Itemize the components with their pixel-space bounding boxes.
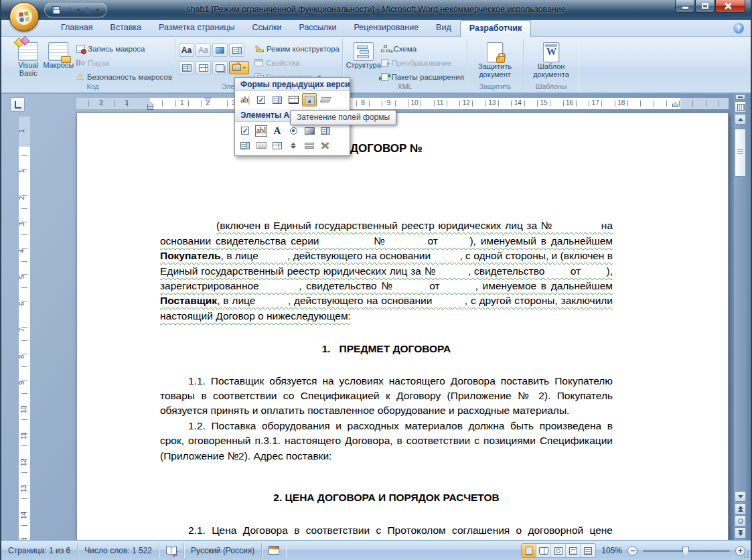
ruler-number: 3 <box>19 222 25 226</box>
zoom-out-button[interactable]: − <box>627 546 637 556</box>
split-handle[interactable] <box>735 94 745 100</box>
vertical-scrollbar[interactable] <box>734 94 747 540</box>
vertical-ruler: 1 123456789101112131415 <box>19 117 30 540</box>
visual-basic-button[interactable]: Visual Basic <box>13 40 43 87</box>
tab-review[interactable]: Рецензирование <box>346 20 428 37</box>
activex-label-button[interactable]: A <box>270 124 285 137</box>
legacy-tools-button[interactable] <box>229 61 249 74</box>
tab-references[interactable]: Ссылки <box>243 20 290 37</box>
scroll-down-button[interactable] <box>735 491 746 502</box>
select-browse-object-button[interactable] <box>735 515 746 527</box>
picture-control-button[interactable] <box>212 44 228 57</box>
ruler-number: 14 <box>514 99 522 107</box>
activex-combobox-button[interactable] <box>270 139 285 152</box>
redo-icon[interactable]: ↻ <box>84 5 92 15</box>
insert-frame-button[interactable] <box>286 93 301 107</box>
ribbon-tab-row: Главная Вставка Разметка страницы Ссылки… <box>1 20 751 37</box>
office-button[interactable] <box>9 2 39 31</box>
text-form-field-button[interactable]: ab| <box>238 93 252 107</box>
outline-view-button[interactable] <box>566 544 581 557</box>
record-macro-button[interactable]: Запись макроса <box>76 42 172 56</box>
activex-toggle-button[interactable] <box>318 124 333 137</box>
combo-box-control-button[interactable] <box>179 61 194 74</box>
undo-icon[interactable]: ↶ <box>64 5 72 15</box>
close-button[interactable] <box>715 0 745 13</box>
form-field-shading-button[interactable]: a <box>302 93 317 107</box>
draft-view-button[interactable] <box>581 544 595 557</box>
maximize-button[interactable] <box>695 0 715 13</box>
clause-1-1: 1.1. Поставщик обязуется на условиях нас… <box>160 374 613 419</box>
tab-home[interactable]: Главная <box>52 20 102 37</box>
ruler-toggle-button[interactable] <box>735 101 746 113</box>
checkbox-form-field-button[interactable]: ✓ <box>254 93 269 107</box>
design-mode-button[interactable]: ✎ Режим конструктора <box>254 42 340 56</box>
activex-image-button[interactable] <box>302 124 317 137</box>
activex-textbox-button[interactable]: abl <box>254 124 269 137</box>
more-controls-button[interactable] <box>318 139 333 152</box>
ruler-number: 4 <box>19 249 25 253</box>
activex-checkbox-button[interactable]: ✓ <box>238 124 252 137</box>
word-count-status[interactable]: Число слов: 1 522 <box>78 543 159 558</box>
zoom-level[interactable]: 105% <box>601 546 622 555</box>
horizontal-ruler: 21 123456789101112131415161718 <box>76 98 729 109</box>
tab-page-layout[interactable]: Разметка страницы <box>150 20 243 37</box>
dropdown-list-icon <box>199 64 208 72</box>
date-picker-control-button[interactable] <box>212 61 228 74</box>
document-page[interactable]: ДОГОВОР № (включен в Единый государствен… <box>76 113 729 540</box>
activex-listbox-button[interactable] <box>238 139 252 152</box>
save-icon[interactable] <box>52 6 60 15</box>
tab-developer[interactable]: Разработчик <box>460 20 531 37</box>
macro-security-button[interactable]: ⚠ Безопасность макросов <box>76 70 172 84</box>
language-status[interactable]: Русский (Россия) <box>184 543 262 558</box>
ruler-number: 11 <box>20 432 27 439</box>
activex-scrollbar-button[interactable] <box>302 139 317 152</box>
minimize-button[interactable] <box>675 0 694 13</box>
tab-insert[interactable]: Вставка <box>102 20 150 37</box>
print-layout-view-button[interactable] <box>522 544 536 557</box>
first-line-indent-marker[interactable] <box>204 98 211 102</box>
ruler-number: 17 <box>592 99 599 107</box>
activex-command-button[interactable] <box>254 139 269 152</box>
window-title: shab1 [Режим ограниченной функциональнос… <box>1 5 751 14</box>
web-layout-view-button[interactable] <box>551 544 566 557</box>
help-icon[interactable]: ? <box>733 23 744 33</box>
document-template-button[interactable]: W Шаблон документа <box>526 40 576 87</box>
rich-text-control-button[interactable]: Aa <box>179 44 194 57</box>
zoom-slider[interactable] <box>643 550 730 552</box>
zoom-slider-thumb[interactable] <box>682 547 689 556</box>
ruler-number: 7 <box>19 328 25 332</box>
proofing-status[interactable]: ✗ <box>159 543 184 558</box>
ruler-number: 12 <box>20 458 27 466</box>
clause-2-1: 2.1. Цена Договора в соответствии с Прот… <box>160 523 613 541</box>
zoom-in-button[interactable]: + <box>735 546 745 556</box>
full-screen-reading-view-button[interactable] <box>536 544 551 557</box>
window-controls <box>674 0 745 13</box>
activex-option-button[interactable] <box>286 124 301 137</box>
dropdown-list-control-button[interactable] <box>196 61 211 74</box>
protect-document-button[interactable]: Защитить документ <box>470 40 520 87</box>
schema-button[interactable]: + Схема <box>381 42 464 56</box>
tab-view[interactable]: Вид <box>427 20 460 37</box>
next-page-button[interactable] <box>735 527 746 539</box>
scroll-up-button[interactable] <box>735 114 746 125</box>
structure-button[interactable]: Структура <box>346 40 381 87</box>
left-indent-marker[interactable] <box>147 107 153 110</box>
document-text[interactable]: ДОГОВОР № (включен в Единый государствен… <box>160 113 613 540</box>
page-count-status[interactable]: Страница: 1 из 6 <box>1 543 78 558</box>
status-bar: Страница: 1 из 6 Число слов: 1 522 ✗ Рус… <box>1 540 751 560</box>
right-indent-marker[interactable] <box>672 102 678 107</box>
plain-text-control-button[interactable]: Aa <box>196 44 211 57</box>
macros-button[interactable]: Макросы <box>43 40 74 87</box>
activex-spin-button[interactable] <box>286 139 301 152</box>
previous-page-button[interactable] <box>735 503 746 514</box>
tab-selector-button[interactable] <box>10 97 25 112</box>
dropdown-form-field-button[interactable] <box>270 93 285 107</box>
expansion-packs-button[interactable]: Пакеты расширения <box>381 70 464 84</box>
reset-form-fields-button[interactable] <box>318 93 333 107</box>
macro-recording-status[interactable] <box>262 543 286 558</box>
qat-customize-icon[interactable] <box>96 9 100 11</box>
scrollbar-thumb[interactable] <box>735 129 746 177</box>
building-block-control-button[interactable] <box>229 44 244 57</box>
tab-mailings[interactable]: Рассылки <box>290 20 345 37</box>
undo-dropdown-icon[interactable] <box>76 9 80 11</box>
